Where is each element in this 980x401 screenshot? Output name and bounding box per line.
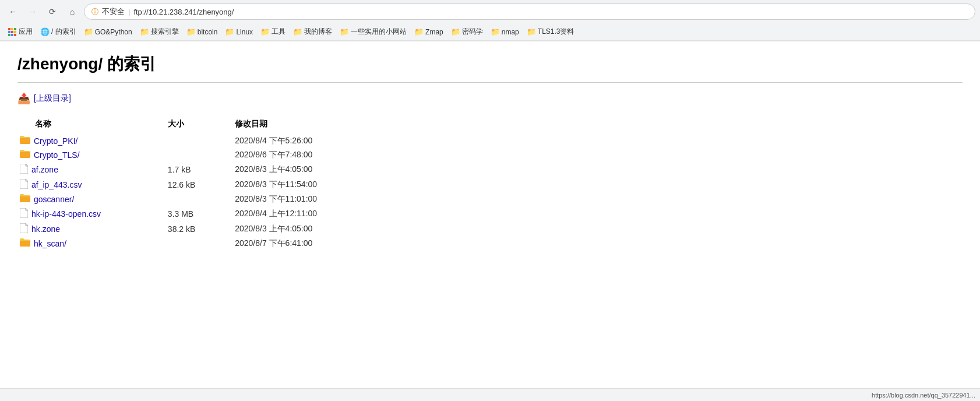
bookmark-search[interactable]: 📁 搜索引擎 — [137, 25, 182, 38]
security-label: 不安全 — [102, 6, 125, 17]
page-title: /zhenyong/ 的索引 — [17, 53, 963, 83]
file-name-cell: Crypto_PKI/ — [17, 134, 165, 148]
file-date-cell: 2020/8/3 下午11:54:00 — [232, 177, 367, 192]
file-link[interactable]: Crypto_TLS/ — [34, 150, 80, 160]
file-size-cell: 38.2 kB — [165, 221, 232, 237]
bookmark-bitcoin[interactable]: 📁 bitcoin — [184, 26, 221, 38]
file-size-cell — [165, 148, 232, 162]
forward-button[interactable]: → — [24, 3, 41, 20]
folder-icon: 📁 — [187, 28, 195, 36]
folder-icon: 📁 — [140, 28, 149, 36]
file-name-cell: af_ip_443.csv — [17, 177, 165, 192]
folder-icon — [20, 238, 30, 249]
browser-toolbar: ← → ⟳ ⌂ ⓘ 不安全 | ftp://10.21.238.241/zhen… — [0, 0, 980, 23]
reload-button[interactable]: ⟳ — [44, 3, 61, 20]
folder-icon: 📁 — [261, 28, 269, 36]
file-date-cell: 2020/8/3 上午4:05:00 — [232, 162, 367, 177]
bookmark-search-label: 搜索引擎 — [151, 27, 179, 37]
folder-icon — [20, 136, 30, 146]
file-link[interactable]: af.zone — [31, 165, 58, 174]
parent-dir-icon: 📤 — [17, 92, 30, 105]
table-row: goscanner/2020/8/3 下午11:01:00 — [17, 192, 367, 206]
table-row: af.zone1.7 kB2020/8/3 上午4:05:00 — [17, 162, 367, 177]
file-icon — [20, 179, 28, 191]
file-date-cell: 2020/8/7 下午6:41:00 — [232, 237, 367, 251]
page-content: /zhenyong/ 的索引 📤 [上级目录] 名称 大小 修改日期 Crypt… — [0, 41, 980, 262]
address-text: ftp://10.21.238.241/zhenyong/ — [133, 8, 234, 16]
file-name-cell: Crypto_TLS/ — [17, 148, 165, 162]
file-size-cell — [165, 192, 232, 206]
file-name-cell: af.zone — [17, 162, 165, 177]
file-name-cell: goscanner/ — [17, 192, 165, 206]
folder-icon: 📁 — [415, 28, 423, 36]
file-name-cell: hk.zone — [17, 221, 165, 237]
table-row: af_ip_443.csv12.6 kB2020/8/3 下午11:54:00 — [17, 177, 367, 192]
bookmark-zmap[interactable]: 📁 Zmap — [411, 26, 447, 38]
bookmark-smallsites-label: 一些实用的小网站 — [351, 27, 407, 37]
bookmark-myblog[interactable]: 📁 我的博客 — [290, 25, 336, 38]
file-date-cell: 2020/8/4 下午5:26:00 — [232, 134, 367, 148]
file-size-cell — [165, 237, 232, 251]
file-name-cell: hk-ip-443-open.csv — [17, 206, 165, 221]
folder-icon: 📁 — [225, 28, 234, 36]
file-size-cell: 1.7 kB — [165, 162, 232, 177]
bookmark-tls[interactable]: 📁 TLS1.3资料 — [524, 25, 578, 38]
file-listing-table: 名称 大小 修改日期 Crypto_PKI/2020/8/4 下午5:26:00… — [17, 117, 367, 251]
col-header-size: 大小 — [165, 117, 232, 134]
file-date-cell: 2020/8/4 上午12:11:00 — [232, 206, 367, 221]
parent-dir-link[interactable]: [上级目录] — [34, 93, 71, 104]
folder-icon: 📁 — [84, 28, 93, 36]
bookmarks-bar: 应用 🌐 / 的索引 📁 GO&Python 📁 搜索引擎 📁 bitcoin … — [0, 23, 980, 41]
bookmark-apps[interactable]: 应用 — [5, 25, 36, 38]
bookmark-smallsites[interactable]: 📁 一些实用的小网站 — [337, 25, 410, 38]
table-row: Crypto_PKI/2020/8/4 下午5:26:00 — [17, 134, 367, 148]
file-icon — [20, 223, 28, 235]
bookmark-index-label: / 的索引 — [51, 27, 76, 37]
table-header-row: 名称 大小 修改日期 — [17, 117, 367, 134]
bookmark-tls-label: TLS1.3资料 — [538, 27, 574, 37]
apps-icon — [8, 28, 16, 36]
bookmark-linux[interactable]: 📁 Linux — [222, 26, 256, 38]
table-row: hk_scan/2020/8/7 下午6:41:00 — [17, 237, 367, 251]
table-row: Crypto_TLS/2020/8/6 下午7:48:00 — [17, 148, 367, 162]
home-button[interactable]: ⌂ — [64, 3, 80, 20]
file-size-cell — [165, 134, 232, 148]
address-bar[interactable]: ⓘ 不安全 | ftp://10.21.238.241/zhenyong/ — [84, 3, 975, 20]
bookmark-tools[interactable]: 📁 工具 — [258, 25, 289, 38]
bookmark-index[interactable]: 🌐 / 的索引 — [37, 25, 80, 38]
folder-icon — [20, 150, 30, 160]
bookmark-crypto[interactable]: 📁 密码学 — [448, 25, 487, 38]
file-date-cell: 2020/8/6 下午7:48:00 — [232, 148, 367, 162]
globe-icon: 🌐 — [41, 28, 49, 36]
file-link[interactable]: Crypto_PKI/ — [34, 136, 77, 146]
file-date-cell: 2020/8/3 下午11:01:00 — [232, 192, 367, 206]
bookmark-gopython[interactable]: 📁 GO&Python — [81, 26, 136, 38]
bookmark-gopython-label: GO&Python — [95, 28, 132, 36]
table-row: hk.zone38.2 kB2020/8/3 上午4:05:00 — [17, 221, 367, 237]
file-link[interactable]: goscanner/ — [34, 195, 74, 204]
table-row: hk-ip-443-open.csv3.3 MB2020/8/4 上午12:11… — [17, 206, 367, 221]
folder-icon: 📁 — [491, 28, 499, 36]
folder-icon: 📁 — [294, 28, 302, 36]
back-button[interactable]: ← — [5, 3, 21, 20]
file-link[interactable]: hk_scan/ — [34, 239, 66, 248]
col-header-date: 修改日期 — [232, 117, 367, 134]
file-name-cell: hk_scan/ — [17, 237, 165, 251]
folder-icon — [20, 194, 30, 205]
browser-chrome: ← → ⟳ ⌂ ⓘ 不安全 | ftp://10.21.238.241/zhen… — [0, 0, 980, 41]
file-link[interactable]: af_ip_443.csv — [31, 180, 82, 189]
bookmark-nmap[interactable]: 📁 nmap — [488, 26, 523, 38]
bookmark-linux-label: Linux — [236, 28, 253, 36]
col-header-name: 名称 — [17, 117, 165, 134]
file-date-cell: 2020/8/3 上午4:05:00 — [232, 221, 367, 237]
parent-directory: 📤 [上级目录] — [17, 92, 963, 105]
file-icon — [20, 164, 28, 175]
folder-icon: 📁 — [452, 28, 460, 36]
folder-icon: 📁 — [527, 28, 535, 36]
bookmark-crypto-label: 密码学 — [462, 27, 483, 37]
file-link[interactable]: hk-ip-443-open.csv — [31, 209, 101, 219]
file-size-cell: 3.3 MB — [165, 206, 232, 221]
bookmark-myblog-label: 我的博客 — [304, 27, 332, 37]
bookmark-tools-label: 工具 — [272, 27, 285, 37]
file-link[interactable]: hk.zone — [31, 224, 60, 234]
